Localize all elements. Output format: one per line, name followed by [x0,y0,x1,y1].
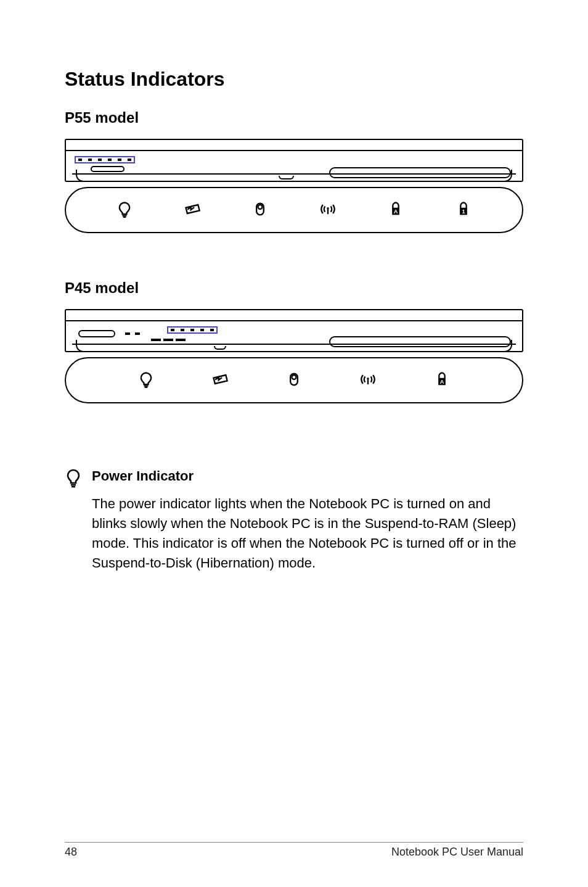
page-footer: 48 Notebook PC User Manual [65,842,523,859]
power-icon [65,468,82,492]
num-lock-icon [455,200,472,220]
caps-lock-icon [387,200,404,220]
wireless-icon [359,371,377,390]
page-number: 48 [65,846,77,859]
manual-title: Notebook PC User Manual [391,846,523,859]
p45-heading: P45 model [65,279,523,297]
page-title: Status Indicators [65,68,523,91]
caps-lock-icon [433,371,451,390]
p55-diagram [65,139,523,233]
power-icon [116,200,133,220]
indicator-description: The power indicator lights when the Note… [92,494,523,573]
power-indicator-block: Power Indicator The power indicator ligh… [65,468,523,573]
battery-icon [184,200,201,220]
p55-heading: P55 model [65,109,523,126]
p45-section: P45 model [65,279,523,403]
p55-section: P55 model [65,109,523,233]
p45-diagram [65,309,523,403]
battery-icon [211,371,229,390]
p45-icon-strip [65,357,523,403]
drive-icon [285,371,303,390]
drive-icon [251,200,269,220]
wireless-icon [319,200,337,220]
power-icon [137,371,155,390]
indicator-heading: Power Indicator [92,468,523,484]
p55-icon-strip [65,187,523,233]
